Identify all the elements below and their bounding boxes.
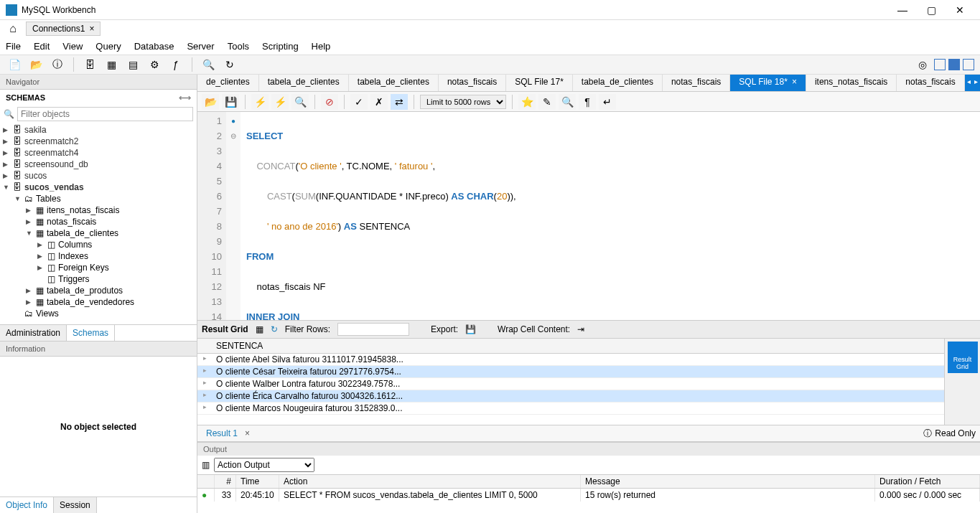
db-sucos[interactable]: sucos [24,171,47,181]
table-itens[interactable]: itens_notas_fiscais [47,205,119,215]
commit-icon[interactable]: ✓ [350,94,368,110]
open-sql-icon[interactable]: 📂 [27,57,45,72]
wrap-icon[interactable]: ↵ [599,94,616,110]
grid-icon[interactable]: ▦ [256,324,263,334]
grid-row[interactable]: O cliente César Teixeira faturou 2971776… [197,366,944,378]
result-grid-button[interactable]: Result Grid [948,342,978,373]
tab-session[interactable]: Session [54,497,97,513]
views-folder[interactable]: Views [36,309,59,319]
brush-icon[interactable]: ✎ [538,94,556,110]
db-sucos-vendas[interactable]: sucos_vendas [24,182,84,192]
result-tab[interactable]: Result 1 [202,427,242,440]
file-tab[interactable]: notas_fiscais [663,75,730,91]
explain-icon[interactable]: 🔍 [291,94,309,110]
add-proc-icon[interactable]: ⚙ [146,57,163,72]
export-icon[interactable]: 💾 [465,324,476,334]
new-sql-tab-icon[interactable]: 📄 [6,57,23,72]
minimize-button[interactable]: — [888,4,917,16]
save-icon[interactable]: 💾 [222,94,239,110]
menu-edit[interactable]: Edit [34,41,50,52]
limit-select[interactable]: Limit to 5000 rows [420,95,506,109]
wrap-icon[interactable]: ⇥ [577,324,584,334]
file-tab[interactable]: tabela_de_clientes [259,75,349,91]
home-icon[interactable]: ⌂ [0,22,26,35]
file-tab-active[interactable]: SQL File 18*× [730,75,806,91]
find-icon[interactable]: 🔍 [559,94,576,110]
close-icon[interactable]: × [245,428,250,438]
table-produtos[interactable]: tabela_de_produtos [47,286,123,296]
output-type-select[interactable]: Action Output [214,458,314,472]
file-tab[interactable]: notas_fiscais [897,75,964,91]
file-tab[interactable]: tabela_de_clientes [349,75,439,91]
maximize-button[interactable]: ▢ [917,4,946,16]
indexes-folder[interactable]: Indexes [58,251,88,261]
file-tab[interactable]: de_clientes [197,75,259,91]
grid-row[interactable]: O cliente Abel Silva faturou 3111017.919… [197,354,944,366]
tab-administration[interactable]: Administration [0,325,67,341]
output-history-icon[interactable]: ▥ [202,460,210,470]
tables-folder[interactable]: Tables [36,194,61,204]
result-grid[interactable]: SENTENCA O cliente Abel Silva faturou 31… [197,339,944,425]
db-search-icon[interactable]: 🔍 [200,57,217,72]
stop-icon[interactable]: ⊘ [321,94,338,110]
add-schema-icon[interactable]: 🗄 [81,57,98,72]
close-button[interactable]: ✕ [946,4,974,16]
file-tab[interactable]: notas_fiscais [439,75,506,91]
sql-editor[interactable]: 1234567891011121314 ●⊖ SELECT CONCAT('O … [197,112,980,320]
db-screenmatch4[interactable]: screenmatch4 [24,148,78,158]
file-tab[interactable]: tabela_de_clientes [573,75,663,91]
close-icon[interactable]: × [89,24,94,34]
execute-current-icon[interactable]: ⚡ [271,94,289,110]
open-icon[interactable]: 📂 [202,94,219,110]
beautify-icon[interactable]: ⭐ [518,94,536,110]
reconnect-icon[interactable]: ↻ [221,57,238,72]
menu-server[interactable]: Server [187,41,214,52]
tab-schemas[interactable]: Schemas [67,325,115,341]
rollback-icon[interactable]: ✗ [370,94,388,110]
fk-folder[interactable]: Foreign Keys [58,263,109,273]
filter-rows-input[interactable] [337,323,409,336]
code-area[interactable]: SELECT CONCAT('O cliente ', TC.NOME, ' f… [241,112,980,320]
menu-database[interactable]: Database [134,41,174,52]
grid-row[interactable]: O cliente Marcos Nougeuira faturou 31528… [197,403,944,415]
tab-object-info[interactable]: Object Info [0,497,54,513]
db-sakila[interactable]: sakila [24,125,47,135]
connection-tab[interactable]: Connections1 × [26,22,101,36]
grid-row[interactable]: O cliente Érica Carvalho faturou 3004326… [197,390,944,403]
execute-icon[interactable]: ⚡ [251,94,269,110]
output-grid[interactable]: # Time Action Message Duration / Fetch ●… [197,474,980,513]
scroll-right-icon[interactable]: ▸ [972,75,980,91]
menu-file[interactable]: File [6,41,21,52]
file-tab[interactable]: SQL File 17* [506,75,573,91]
triggers-folder[interactable]: Triggers [58,274,90,284]
column-header[interactable]: SENTENCA [197,339,944,354]
db-screenmatch2[interactable]: screenmatch2 [24,136,78,146]
add-view-icon[interactable]: ▤ [124,57,141,72]
update-icon[interactable]: ◎ [914,57,931,72]
close-icon[interactable]: × [792,77,797,87]
scroll-left-icon[interactable]: ◂ [965,75,973,91]
inspector-icon[interactable]: ⓘ [49,57,66,72]
add-func-icon[interactable]: ƒ [167,57,185,72]
autocommit-icon[interactable]: ⇄ [391,94,408,110]
grid-row[interactable]: O cliente Walber Lontra faturou 3022349.… [197,378,944,390]
output-row[interactable]: ● 33 20:45:10 SELECT * FROM sucos_vendas… [197,489,980,502]
table-vendedores[interactable]: tabela_de_vendedores [47,297,134,307]
columns-folder[interactable]: Columns [58,240,92,250]
filter-input[interactable] [17,107,193,121]
db-screensound[interactable]: screensound_db [24,159,88,169]
add-table-icon[interactable]: ▦ [103,57,120,72]
table-notas[interactable]: notas_fiscais [47,217,96,227]
menu-tools[interactable]: Tools [228,41,249,52]
table-clientes[interactable]: tabela_de_clientes [47,228,118,238]
refresh-icon[interactable]: ⟷ [179,93,191,103]
menu-query[interactable]: Query [95,41,121,52]
file-tab[interactable]: itens_notas_fiscais [806,75,897,91]
schema-tree[interactable]: ▶🗄sakila ▶🗄screenmatch2 ▶🗄screenmatch4 ▶… [0,123,197,324]
invisible-icon[interactable]: ¶ [579,94,596,110]
toggle-sidebar-icon[interactable] [934,59,946,70]
toggle-output-icon[interactable] [963,59,974,70]
menu-scripting[interactable]: Scripting [262,41,299,52]
menu-help[interactable]: Help [312,41,331,52]
toggle-secondary-icon[interactable] [948,59,960,70]
